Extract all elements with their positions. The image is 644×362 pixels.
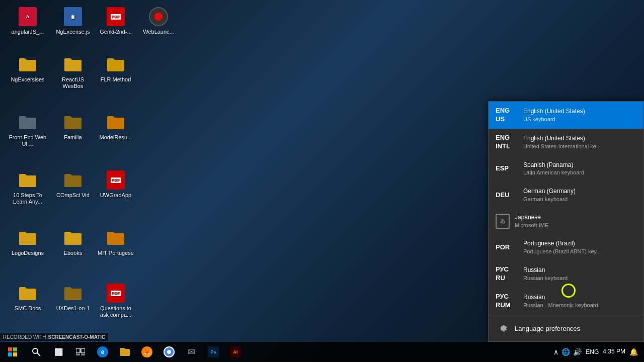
language-preferences-label: Language preferences xyxy=(515,325,580,332)
icon-angularjs[interactable]: A angularJS_... xyxy=(5,3,50,48)
lang-code-rus-rum: РУС RUM xyxy=(496,293,523,310)
taskbar-cortana[interactable]: ⬜ xyxy=(47,342,69,362)
taskbar-explorer[interactable] xyxy=(114,342,136,362)
taskbar-left: ⬜ e xyxy=(0,342,247,362)
icon-ngexcerisejs[interactable]: 📋 NgExcerise.js xyxy=(50,3,96,48)
lang-code-eng-intl: ENG INTL xyxy=(496,134,523,151)
system-tray: ∧ 🌐 🔊 xyxy=(553,348,582,356)
taskbar-firefox[interactable]: 🦊 xyxy=(136,342,158,362)
taskbar-ai[interactable]: Ai xyxy=(224,342,247,362)
lang-desc-por: Portuguese (Brazil) Portuguese (Brazil A… xyxy=(523,239,636,255)
lang-desc-rus-ru: Russian Russian keyboard xyxy=(523,266,636,282)
lang-desc-esp: Spanish (Panama) Latin American keyboard xyxy=(523,161,636,177)
taskbar-search[interactable] xyxy=(25,342,47,362)
icon-weblaunc[interactable]: WebLaunc... xyxy=(136,3,181,48)
svg-rect-6 xyxy=(76,348,80,353)
svg-rect-1 xyxy=(13,347,17,351)
svg-line-5 xyxy=(37,353,40,356)
svg-rect-9 xyxy=(81,354,85,355)
icon-compsci[interactable]: COmpSci Vid xyxy=(50,166,96,211)
desktop-icons-area: A angularJS_... 📋 NgExcerise.js PDF Genk… xyxy=(0,0,483,342)
icon-logodesigns[interactable]: LogoDesigns xyxy=(5,224,50,269)
time-display: 4:35 PM xyxy=(603,348,625,356)
taskbar-right: ∧ 🌐 🔊 ENG 4:35 PM 🔔 xyxy=(553,348,644,356)
lang-item-por[interactable]: POR Portuguese (Brazil) Portuguese (Braz… xyxy=(489,234,643,260)
lang-desc-rus-rum: Russian Russian - Mnemonic keyboard xyxy=(523,293,636,309)
svg-point-4 xyxy=(33,348,38,353)
screencast-badge: RECORDED WITH SCREENCAST-O-MATIC xyxy=(0,333,108,341)
icon-uwgradapp[interactable]: PDF UWGradApp xyxy=(93,166,138,211)
lang-desc-japanese: Japanese Microsoft IME xyxy=(515,213,636,229)
icon-mitportugese[interactable]: MIT Portugese xyxy=(93,224,138,269)
icon-smcdocs[interactable]: SMC Docs xyxy=(5,279,50,324)
language-popup: ENG US English (United States) US keyboa… xyxy=(488,101,644,342)
lang-desc-eng-us: English (United States) US keyboard xyxy=(523,107,636,123)
tray-network[interactable]: 🌐 xyxy=(561,348,570,356)
lang-item-rus-ru[interactable]: РУС RU Russian Russian keyboard xyxy=(489,260,643,288)
icon-genki2nd[interactable]: PDF Genki-2nd-... xyxy=(93,3,138,48)
lang-code-por: POR xyxy=(496,243,523,252)
desktop: A angularJS_... 📋 NgExcerise.js PDF Genk… xyxy=(0,0,644,362)
taskbar-ps[interactable]: Ps xyxy=(202,342,224,362)
screencast-label: RECORDED WITH xyxy=(3,334,46,340)
lang-code-rus-ru: РУС RU xyxy=(496,265,523,283)
start-button[interactable] xyxy=(0,342,25,362)
japanese-icon: あ xyxy=(496,214,510,228)
svg-point-11 xyxy=(167,350,171,354)
icon-ebooks[interactable]: Ebooks xyxy=(50,224,96,269)
icon-flrmethod[interactable]: FLR Method xyxy=(93,50,138,96)
notifications-icon[interactable]: 🔔 xyxy=(629,348,638,356)
lang-item-deu[interactable]: DEU German (Germany) German keyboard xyxy=(489,182,643,208)
lang-desc-deu: German (Germany) German keyboard xyxy=(523,187,636,203)
svg-rect-7 xyxy=(81,348,85,353)
lang-desc-eng-intl: English (United States) United States-In… xyxy=(523,134,636,150)
lang-item-esp[interactable]: ESP Spanish (Panama) Latin American keyb… xyxy=(489,156,643,182)
tray-chevron[interactable]: ∧ xyxy=(553,348,558,356)
icon-ngexcersises[interactable]: NgExcersises xyxy=(5,50,50,96)
gear-icon xyxy=(496,321,510,335)
svg-rect-0 xyxy=(8,347,12,351)
eng-badge[interactable]: ENG xyxy=(586,348,599,355)
icon-modelresu[interactable]: ModelResu... xyxy=(93,108,138,153)
icon-questionstoask[interactable]: PDF Questions to ask compa... xyxy=(93,279,138,324)
taskbar-apps: ⬜ e xyxy=(25,342,247,362)
svg-rect-2 xyxy=(8,352,12,356)
taskbar-chrome[interactable] xyxy=(158,342,180,362)
lang-item-eng-us[interactable]: ENG US English (United States) US keyboa… xyxy=(489,102,643,129)
icon-reactuswb[interactable]: ReactUS WesBos xyxy=(50,50,96,96)
screencast-app: SCREENCAST-O-MATIC xyxy=(48,334,106,340)
taskbar-edge[interactable]: e xyxy=(92,342,114,362)
lang-item-rus-rum[interactable]: РУС RUM Russian Russian - Mnemonic keybo… xyxy=(489,288,643,315)
svg-rect-8 xyxy=(76,354,80,355)
taskbar-mail[interactable]: ✉ xyxy=(180,342,202,362)
icon-10steps[interactable]: 10 Steps To Learn Any... xyxy=(5,166,50,211)
language-preferences-item[interactable]: Language preferences xyxy=(489,315,643,341)
icon-frontend[interactable]: Front-End Web UI ... xyxy=(5,108,50,153)
lang-code-deu: DEU xyxy=(496,191,523,200)
lang-item-eng-intl[interactable]: ENG INTL English (United States) United … xyxy=(489,129,643,156)
lang-item-japanese[interactable]: あ Japanese Microsoft IME xyxy=(489,208,643,234)
tray-volume[interactable]: 🔊 xyxy=(573,348,582,356)
lang-code-esp: ESP xyxy=(496,164,523,173)
icon-familia[interactable]: Familia xyxy=(50,108,96,153)
svg-rect-3 xyxy=(13,352,17,356)
taskbar-taskview[interactable] xyxy=(69,342,92,362)
icon-uxdes1[interactable]: UXDes1-on-1 xyxy=(50,279,96,324)
lang-code-eng-us: ENG US xyxy=(496,107,523,124)
taskbar: ⬜ e xyxy=(0,342,644,362)
